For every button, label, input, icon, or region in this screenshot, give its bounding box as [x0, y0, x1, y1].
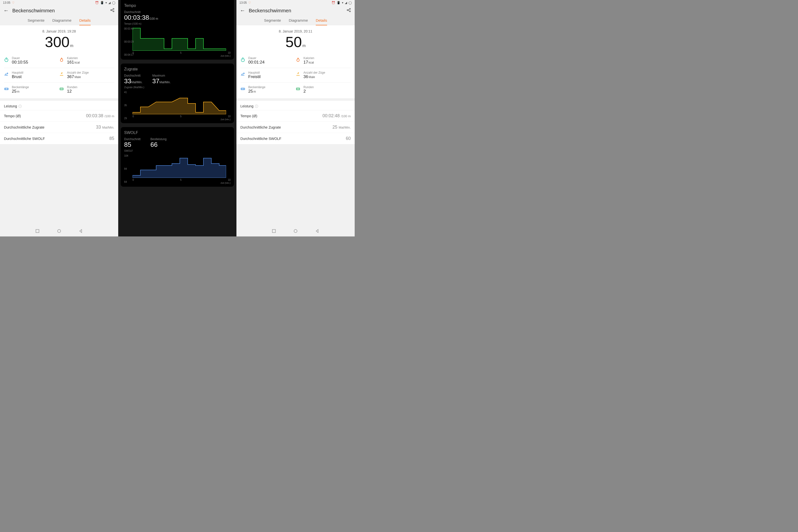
swolf-chart[interactable]: 104 84 64 0510 Zeit (Min.)	[124, 153, 230, 184]
svg-line-4	[112, 10, 113, 11]
tempo-sub: Tempo (/100 m)	[124, 22, 230, 25]
info-icon[interactable]: i	[18, 105, 22, 108]
tab-details[interactable]: Details	[79, 18, 91, 25]
nav-recent-icon[interactable]	[272, 229, 276, 233]
battery-icon: ◯	[112, 1, 115, 4]
summary-card: 8. Januar 2019, 19:28 300m Dauer00:10:55…	[0, 25, 118, 98]
zugrate-max-value: 37	[152, 77, 159, 85]
android-navbar	[236, 226, 355, 236]
pool-length-icon	[4, 87, 9, 91]
tabs: Segmente Diagramme Details	[236, 16, 355, 25]
stat-hauptstil: HauptstilFreistil	[241, 68, 296, 82]
tab-diagramme[interactable]: Diagramme	[53, 18, 72, 25]
svg-rect-30	[241, 88, 245, 90]
performance-section: Leistungi Tempo (Ø) 00:02:48 /100 m Durc…	[236, 101, 355, 144]
tempo-avg-value: 00:03:38	[124, 14, 149, 21]
svg-point-28	[244, 73, 244, 74]
svg-point-8	[7, 73, 8, 74]
back-icon[interactable]: ←	[3, 7, 9, 14]
tab-segmente[interactable]: Segmente	[264, 18, 281, 25]
swolf-xlabel: Zeit (Min.)	[133, 182, 230, 184]
tempo-title: Tempo	[124, 3, 230, 8]
nav-home-icon[interactable]	[57, 229, 61, 233]
phone-middle: Tempo Durchschnitt 00:03:38/100 m Tempo …	[118, 0, 236, 236]
status-bar: 13:05 ♡ ⏰ 📳 ▾ ◢ ◯	[236, 0, 355, 5]
tempo-avg-label: Durchschnitt	[124, 10, 158, 14]
flame-icon	[296, 57, 301, 62]
zugrate-xlabel: Zeit (Min.)	[133, 118, 230, 121]
stat-zuege: Anzahl der Züge367Male	[59, 68, 114, 82]
summary-card: 8. Januar 2019, 20:11 50m Dauer00:01:24 …	[236, 25, 355, 98]
svg-point-22	[349, 11, 350, 12]
status-bar: 13:05 ♡ ⏰ 📳 ▾ ◢ ◯	[0, 0, 118, 5]
tab-segmente[interactable]: Segmente	[27, 18, 44, 25]
flame-icon	[59, 57, 64, 62]
perf-tempo: Tempo (Ø) 00:03:38 /100 m	[0, 110, 118, 121]
swolf-title: SWOLF	[124, 131, 230, 135]
page-title: Beckenschwimmen	[12, 8, 107, 14]
svg-rect-35	[272, 230, 276, 233]
distance-unit: m	[302, 43, 306, 48]
app-header: ← Beckenschwimmen	[0, 5, 118, 16]
swolf-best-label: Bestleistung	[151, 137, 167, 141]
share-icon[interactable]	[346, 8, 351, 14]
performance-title: Leistung	[241, 104, 253, 108]
distance-unit: m	[70, 43, 73, 48]
perf-zugrate: Durchschnittliche Zugrate 25 Mal/Min.	[236, 121, 355, 133]
nav-back-icon[interactable]	[79, 229, 83, 233]
app-header: ← Beckenschwimmen	[236, 5, 355, 16]
wifi-icon: ▾	[342, 1, 343, 4]
zugrate-title: Zugrate	[124, 67, 230, 72]
swolf-chart-svg	[133, 153, 226, 178]
phone-left: 13:05 ♡ ⏰ 📳 ▾ ◢ ◯ ← Beckenschwimmen Segm…	[0, 0, 118, 236]
svg-point-0	[111, 10, 112, 11]
card-tempo: Tempo Durchschnitt 00:03:38/100 m Tempo …	[121, 0, 234, 60]
svg-rect-10	[5, 88, 8, 90]
perf-tempo: Tempo (Ø) 00:02:48 /100 m	[236, 110, 355, 121]
tab-diagramme[interactable]: Diagramme	[289, 18, 308, 25]
distance-total: 300m	[0, 35, 118, 54]
stat-hauptstil: HauptstilBrust	[4, 68, 59, 82]
distance-value: 300	[45, 34, 70, 50]
swolf-best-value: 66	[151, 141, 167, 149]
status-time: 13:05	[3, 1, 10, 4]
card-swolf: SWOLF Durchschnitt 85 Bestleistung 66 SW…	[121, 127, 234, 187]
nav-back-icon[interactable]	[315, 229, 320, 233]
laps-icon	[296, 87, 301, 91]
svg-point-21	[349, 8, 350, 10]
vibrate-icon: 📳	[337, 1, 340, 4]
svg-rect-15	[36, 230, 39, 233]
status-time: 13:05	[240, 1, 247, 4]
back-icon[interactable]: ←	[240, 7, 245, 14]
info-icon[interactable]: i	[255, 105, 258, 108]
stopwatch-icon	[241, 57, 245, 62]
card-zugrate: Zugrate Durchschnitt 33Mal/Min. Maximum …	[121, 63, 234, 123]
svg-line-3	[112, 9, 113, 10]
zugrate-chart-svg	[133, 90, 226, 114]
session-date: 8. Januar 2019, 20:11	[236, 25, 355, 35]
zugrate-chart[interactable]: 41 35 29 0510 Zeit (Min.)	[124, 90, 230, 121]
tempo-chart[interactable]: 00:02:41 00:03:29 00:04:17 0510 Zeit (Mi…	[124, 26, 230, 57]
stat-dauer: Dauer00:10:55	[4, 54, 59, 68]
stat-kalorien: Kalorien17kcal	[296, 54, 351, 68]
stat-beckenlaenge: Beckenlänge25m	[241, 82, 296, 97]
share-icon[interactable]	[110, 8, 115, 14]
session-date: 8. Januar 2019, 19:28	[0, 25, 118, 35]
zugrate-avg-value: 33	[124, 77, 131, 85]
wifi-icon: ▾	[106, 1, 107, 4]
tempo-chart-svg	[133, 26, 226, 51]
signal-icon: ◢	[345, 1, 347, 4]
nav-recent-icon[interactable]	[35, 229, 40, 233]
svg-point-36	[294, 230, 297, 233]
performance-section: Leistungi Tempo (Ø) 00:03:38 /100 m Durc…	[0, 101, 118, 144]
distance-total: 50m	[236, 35, 355, 54]
phone-right: 13:05 ♡ ⏰ 📳 ▾ ◢ ◯ ← Beckenschwimmen Segm…	[236, 0, 355, 236]
heart-icon: ♡	[248, 1, 251, 4]
battery-icon: ◯	[348, 1, 352, 4]
stat-dauer: Dauer00:01:24	[241, 54, 296, 68]
nav-home-icon[interactable]	[293, 229, 298, 233]
pool-length-icon	[241, 87, 245, 91]
strokes-icon	[59, 72, 64, 77]
tab-details[interactable]: Details	[316, 18, 327, 25]
perf-zugrate: Durchschnittliche Zugrate 33 Mal/Min.	[0, 121, 118, 133]
